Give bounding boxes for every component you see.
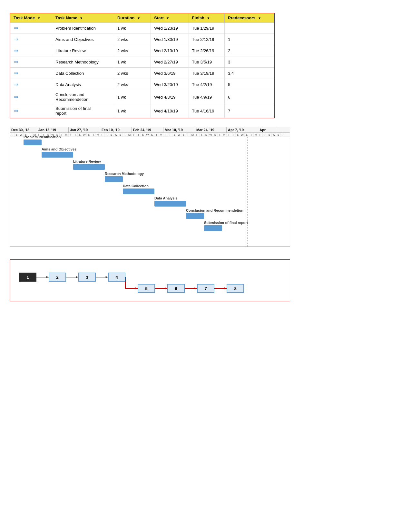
gantt-bar <box>154 201 186 207</box>
task-mode-cell: ⇒ <box>10 23 52 34</box>
gantt-day-label: W <box>209 133 213 137</box>
task-name-cell: Aims and Objectives <box>52 34 114 45</box>
task-mode-icon: ⇒ <box>14 47 49 54</box>
gantt-bar-label: Data Collection <box>123 184 149 188</box>
finish-cell: Tue 3/19/19 <box>189 68 225 79</box>
duration-cell: 1 wk <box>114 104 151 118</box>
task-mode-dropdown-icon[interactable]: ▼ <box>37 16 41 20</box>
gantt-day-label: T <box>231 133 236 137</box>
gantt-day-label: S <box>15 133 19 137</box>
task-name-cell: Litrature Review <box>52 45 114 56</box>
duration-cell: 2 wks <box>114 68 151 79</box>
task-mode-icon: ⇒ <box>14 93 49 101</box>
svg-marker-5 <box>106 276 108 278</box>
gantt-bar <box>204 225 222 231</box>
svg-marker-11 <box>195 287 197 289</box>
gantt-bar-label: Data Analysis <box>154 196 178 200</box>
col-header-task-name[interactable]: Task Name ▼ <box>52 14 114 23</box>
gantt-bar <box>42 152 73 158</box>
finish-cell: Tue 2/12/19 <box>189 34 225 45</box>
gantt-day-label: S <box>236 133 240 137</box>
gantt-day-label: F <box>163 133 168 137</box>
gantt-day-label: T <box>105 133 109 137</box>
network-node: 6 <box>167 284 185 293</box>
duration-dropdown-icon[interactable]: ▼ <box>137 16 140 20</box>
col-header-duration[interactable]: Duration ▼ <box>114 14 151 23</box>
gantt-bar <box>186 213 204 219</box>
gantt-day-label: W <box>177 133 181 137</box>
gantt-day-label: W <box>19 133 24 137</box>
gantt-day-label: M <box>64 133 69 137</box>
start-cell: Wed 3/6/19 <box>151 68 189 79</box>
task-mode-icon: ⇒ <box>14 81 49 88</box>
network-node: 3 <box>78 273 96 282</box>
gantt-day-label: S <box>172 133 177 137</box>
gantt-table: Task Mode ▼ Task Name ▼ Duration ▼ Start… <box>10 13 274 118</box>
gantt-day-label: M <box>254 133 258 137</box>
task-name-cell: Problem Identification <box>52 23 114 34</box>
network-diagram: 12345678 <box>10 259 290 301</box>
task-mode-cell: ⇒ <box>10 104 52 118</box>
start-cell: Wed 1/30/19 <box>151 34 189 45</box>
start-dropdown-icon[interactable]: ▼ <box>166 16 170 20</box>
duration-cell: 2 wks <box>114 34 151 45</box>
gantt-day-label: S <box>181 133 186 137</box>
task-mode-icon: ⇒ <box>14 36 49 43</box>
network-node: 1 <box>19 273 36 282</box>
gantt-month-label: Feb 10, '19 <box>100 127 132 132</box>
start-cell: Wed 4/10/19 <box>151 104 189 118</box>
gantt-day-label: W <box>145 133 150 137</box>
duration-cell: 1 wk <box>114 56 151 68</box>
gantt-month-label: Mar 10, '19 <box>163 127 195 132</box>
col-header-start[interactable]: Start ▼ <box>151 14 189 23</box>
gantt-day-label: S <box>213 133 218 137</box>
predecessors-cell: 3 <box>225 56 274 68</box>
finish-cell: Tue 4/16/19 <box>189 104 225 118</box>
table-row: ⇒Conclusion andRecommendetion1 wkWed 4/3… <box>10 90 274 104</box>
gantt-bar-label: Aims and Objectives <box>42 147 76 151</box>
gantt-day-label: S <box>245 133 249 137</box>
task-mode-cell: ⇒ <box>10 90 52 104</box>
svg-marker-1 <box>46 276 49 278</box>
duration-cell: 1 wk <box>114 23 151 34</box>
gantt-day-label: W <box>114 133 118 137</box>
gantt-day-label: M <box>191 133 195 137</box>
task-name-dropdown-icon[interactable]: ▼ <box>80 16 83 20</box>
predecessors-dropdown-icon[interactable]: ▼ <box>258 16 261 20</box>
gantt-day-label: T <box>281 133 285 137</box>
gantt-day-label: T <box>249 133 254 137</box>
gantt-day-label: S <box>150 133 154 137</box>
svg-marker-13 <box>224 287 227 289</box>
task-mode-cell: ⇒ <box>10 68 52 79</box>
duration-cell: 2 wks <box>114 79 151 90</box>
gantt-day-label: T <box>123 133 127 137</box>
task-mode-cell: ⇒ <box>10 45 52 56</box>
task-mode-icon: ⇒ <box>14 58 49 65</box>
gantt-day-label: S <box>118 133 123 137</box>
gantt-day-label: F <box>132 133 136 137</box>
svg-marker-3 <box>76 276 78 278</box>
gantt-day-label: T <box>154 133 159 137</box>
finish-cell: Tue 4/9/19 <box>189 90 225 104</box>
task-mode-cell: ⇒ <box>10 79 52 90</box>
gantt-day-label: T <box>186 133 191 137</box>
gantt-day-label: F <box>227 133 231 137</box>
gantt-bar <box>24 140 42 145</box>
start-cell: Wed 2/13/19 <box>151 45 189 56</box>
col-header-finish[interactable]: Finish ▼ <box>189 14 225 23</box>
network-node: 4 <box>108 273 125 282</box>
task-name-cell: Conclusion andRecommendetion <box>52 90 114 104</box>
svg-marker-7 <box>135 287 138 289</box>
gantt-bar-label: Conclusion and Recommendetion <box>186 208 243 212</box>
task-name-cell: Research Methodology <box>52 56 114 68</box>
table-row: ⇒Data Collection2 wksWed 3/6/19Tue 3/19/… <box>10 68 274 79</box>
col-header-predecessors[interactable]: Predecessors ▼ <box>225 14 274 23</box>
gantt-day-label: S <box>141 133 145 137</box>
gantt-bar-label: Research Methodology <box>105 172 144 176</box>
duration-cell: 1 wk <box>114 90 151 104</box>
col-header-task-mode[interactable]: Task Mode ▼ <box>10 14 52 23</box>
svg-marker-9 <box>165 287 167 289</box>
finish-cell: Tue 2/26/19 <box>189 45 225 56</box>
task-name-cell: Submission of finalreport <box>52 104 114 118</box>
finish-dropdown-icon[interactable]: ▼ <box>207 16 210 20</box>
